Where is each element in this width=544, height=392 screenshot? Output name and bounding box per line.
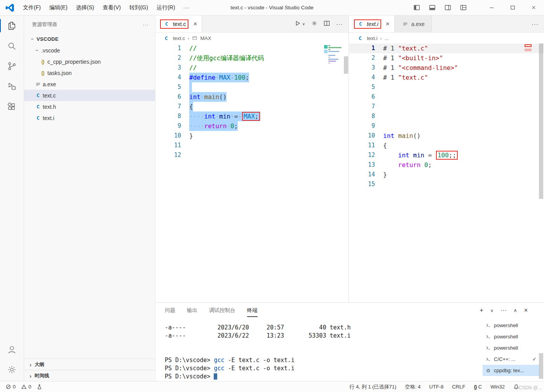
minimize-button[interactable] [481, 0, 502, 16]
new-terminal-icon[interactable]: + [479, 307, 483, 314]
line-number: 8 [349, 112, 375, 121]
platform-label: Win32 [490, 384, 505, 390]
panel-tab-0[interactable]: 问题 [165, 305, 175, 315]
panel-tab-1[interactable]: 输出 [187, 305, 197, 315]
terminal-output[interactable]: -a---- 2023/6/20 20:57 40 text.h-a---- 2… [165, 324, 478, 380]
tab-text-c[interactable]: Ctext.c× [155, 16, 202, 32]
terminal-session-3[interactable]: C/C++: ...✓ [483, 354, 539, 365]
panel-tab-3[interactable]: 终端 [247, 305, 258, 315]
notifications[interactable] [513, 384, 519, 390]
code-token: 100 [438, 152, 449, 159]
sidebar-more-actions[interactable]: ··· [143, 22, 149, 28]
terminal-dropdown-icon[interactable]: ∨ [490, 308, 493, 313]
tab-a-exe[interactable]: a.exe [395, 16, 432, 32]
settings-gear-icon[interactable] [0, 359, 24, 380]
account-icon[interactable] [0, 339, 24, 359]
close-icon[interactable]: × [193, 21, 197, 27]
tab-text-i[interactable]: Ctext.i× [349, 16, 395, 32]
window-title: text.c - vscode - Visual Studio Code [230, 5, 314, 10]
language-mode[interactable]: {}C [474, 384, 482, 390]
tree-item-text-i[interactable]: Ctext.i [24, 112, 155, 124]
tree-item-vscode[interactable]: ›VSCODE [24, 33, 155, 45]
terminal-session-2[interactable]: powershell [483, 342, 539, 354]
breadcrumb-symbol[interactable]: MAX [200, 35, 211, 41]
menu-bar: 文件(F)编辑(E)选择(S)查看(V)转到(G)运行(R) [19, 4, 180, 11]
tabs-left: Ctext.c× [155, 16, 202, 32]
panel-tab-2[interactable]: 调试控制台 [209, 305, 235, 315]
platform[interactable]: Win32 [490, 384, 505, 390]
maximize-button[interactable] [502, 0, 523, 16]
menu-r[interactable]: 运行(R) [152, 2, 179, 12]
explorer-icon[interactable] [0, 16, 24, 36]
code-editor-right[interactable]: 1# 1 "text.c"2# 1 "<built-in>"3# 1 "<com… [349, 44, 544, 302]
tree-item-tasks-json[interactable]: {}tasks.json [24, 67, 155, 78]
terminal-line [165, 348, 478, 356]
problems-warnings-label: 0 [28, 384, 31, 390]
code-token: () [219, 93, 227, 101]
close-button[interactable] [523, 0, 544, 16]
eol-sequence[interactable]: CRLF [452, 384, 465, 390]
sidebar-header: 资源管理器 ··· [24, 16, 155, 33]
search-icon[interactable] [0, 36, 24, 56]
close-panel-icon[interactable]: × [524, 307, 528, 314]
problems-warnings[interactable]: 0 [21, 384, 31, 390]
code-editor-left[interactable]: 1//2//使用gcc编译器编译代码3//4#define·MAX·100;56… [155, 44, 349, 302]
breadcrumb-left[interactable]: C text.c › MAX [155, 33, 349, 44]
more-actions-icon[interactable]: ··· [336, 21, 343, 27]
maximize-panel-icon[interactable]: ∧ [514, 308, 517, 313]
toggle-secondary-sidebar-icon[interactable] [440, 0, 455, 16]
outline-section[interactable]: › 大纲 [24, 359, 155, 370]
gear-icon[interactable] [311, 20, 317, 28]
encoding[interactable]: UTF-8 [429, 384, 444, 390]
menu-e[interactable]: 编辑(E) [45, 2, 72, 12]
line-content: # 1 "<built-in>" [383, 53, 443, 63]
terminal-session-4[interactable]: cppdbg: tex... [483, 365, 539, 376]
debug-launch[interactable] [37, 384, 42, 390]
menu-overflow[interactable]: ··· [180, 3, 194, 12]
customize-layout-icon[interactable] [455, 0, 471, 16]
minimap[interactable] [328, 45, 342, 64]
source-control-icon[interactable] [0, 56, 24, 76]
scrollbar-thumb[interactable] [344, 56, 348, 74]
menu-v[interactable]: 查看(V) [98, 2, 125, 12]
problems-errors-label: 0 [13, 384, 16, 390]
line-content: ····int·min·=·MAX; [189, 112, 260, 121]
terminal-session-0[interactable]: powershell [483, 320, 539, 331]
more-actions-icon[interactable]: ··· [500, 307, 507, 314]
more-actions-icon[interactable]: ··· [532, 21, 539, 27]
tree-item-vscode[interactable]: ›.vscode [24, 45, 155, 56]
menu-s[interactable]: 选择(S) [72, 2, 99, 12]
code-token: 0 [230, 122, 234, 130]
tree-item-text-c[interactable]: Ctext.c [24, 90, 155, 101]
line-content: } [383, 170, 387, 179]
breadcrumb-symbol[interactable]: ... [385, 35, 389, 41]
tree-item-c-cpp-properties-json[interactable]: {}c_cpp_properties.json [24, 56, 155, 67]
menu-g[interactable]: 转到(G) [125, 2, 152, 12]
problems-errors[interactable]: 0 [5, 384, 16, 390]
tree-item-text-h[interactable]: Ctext.h [24, 101, 155, 112]
toggle-panel-icon[interactable] [424, 0, 440, 16]
toggle-sidebar-icon[interactable] [409, 0, 424, 16]
code-line-6: 6int·main() [155, 92, 349, 102]
extensions-icon[interactable] [0, 96, 24, 117]
breadcrumb-file[interactable]: text.i [367, 35, 377, 41]
run-file-button[interactable] [295, 20, 301, 28]
menu-f[interactable]: 文件(F) [19, 2, 45, 12]
timeline-section[interactable]: › 时间线 [24, 370, 155, 381]
overview-ruler [525, 44, 532, 53]
terminal-session-1[interactable]: powershell [483, 331, 539, 342]
code-line-2: 2# 1 "<built-in>" [349, 53, 544, 63]
split-editor-icon[interactable] [324, 20, 330, 28]
tree-item-a-exe[interactable]: a.exe [24, 78, 155, 90]
scrollbar-thumb[interactable] [539, 353, 543, 379]
run-dropdown-icon[interactable]: ∨ [302, 22, 305, 26]
cursor-position[interactable]: 行 4, 列 1 (已选择71) [350, 383, 397, 390]
breadcrumb-file[interactable]: text.c [173, 35, 185, 41]
code-line-11: 11{ [349, 141, 544, 150]
run-debug-icon[interactable] [0, 76, 24, 96]
close-icon[interactable]: × [386, 21, 390, 27]
code-line-7: 7{ [155, 102, 349, 112]
indentation[interactable]: 空格: 4 [405, 383, 420, 390]
scrollbar-thumb[interactable] [539, 44, 543, 199]
breadcrumb-right[interactable]: C text.i › ... [349, 33, 544, 44]
